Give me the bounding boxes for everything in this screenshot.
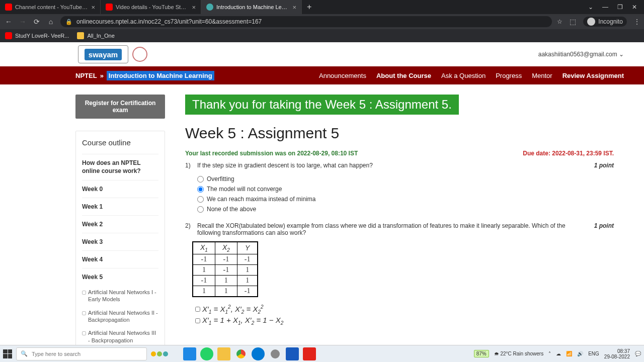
breadcrumb-course[interactable]: Introduction to Machine Learning [107, 71, 214, 80]
swayam-logo[interactable]: swayam [78, 45, 128, 63]
taskbar-search[interactable]: 🔍 Type here to search [16, 347, 147, 360]
browser-tabs: Channel content - YouTube Studio × Video… [0, 0, 581, 14]
course-nav: NPTEL » Introduction to Machine Learning… [0, 66, 644, 84]
url-box[interactable]: 🔒 onlinecourses.nptel.ac.in/noc22_cs73/u… [60, 16, 552, 27]
volume-icon[interactable]: 🔊 [577, 351, 583, 356]
bookmark-label: All_In_One [87, 33, 114, 39]
bookmark-label: StudY LoveR- VeeR... [15, 33, 69, 39]
sidebar-item-week4[interactable]: Week 4 [82, 250, 158, 268]
checkbox-input[interactable] [195, 318, 200, 323]
sidebar-sub-1[interactable]: Artificial Neural Networks II - Backprop… [82, 306, 158, 327]
sidebar-item-week5[interactable]: Week 5 [82, 268, 158, 286]
reload-button[interactable]: ⟳ [32, 18, 41, 26]
q1-text: If the step size in gradient descent is … [197, 162, 594, 169]
notifications-icon[interactable]: 💬 [635, 351, 641, 356]
maximize-icon[interactable]: ❐ [617, 4, 623, 11]
taskbar-apps [183, 347, 316, 360]
kebab-menu-icon[interactable]: ⋮ [634, 18, 640, 25]
q1-option-3[interactable]: None of the above [197, 204, 614, 214]
extensions-icon[interactable]: ⬚ [570, 18, 576, 26]
register-button[interactable]: Register for Certification exam [75, 95, 165, 119]
checkbox-input[interactable] [195, 307, 200, 312]
battery-badge[interactable]: 87% [474, 350, 489, 357]
q2-text: Recall the XOR(tabulated below) example … [197, 222, 594, 236]
back-button[interactable]: ← [4, 18, 13, 26]
edge2-icon[interactable] [252, 347, 265, 360]
q1-option-2[interactable]: We can reach maxima instead of minima [197, 194, 614, 204]
folder-icon [77, 32, 84, 39]
language-indicator[interactable]: ENG [588, 351, 599, 356]
close-icon[interactable]: × [91, 4, 95, 11]
start-button[interactable] [3, 349, 12, 358]
app-icon[interactable] [269, 347, 282, 360]
lock-icon: 🔒 [65, 19, 72, 25]
youtube-icon [106, 4, 113, 11]
radio-input[interactable] [197, 206, 204, 213]
explorer-icon[interactable] [217, 347, 230, 360]
nav-mentor[interactable]: Mentor [532, 72, 552, 79]
youtube-icon [5, 4, 12, 11]
wifi-icon[interactable]: 📶 [566, 351, 572, 356]
sidebar-item-week2[interactable]: Week 2 [82, 215, 158, 233]
word-icon[interactable] [286, 347, 299, 360]
tab-0[interactable]: Channel content - YouTube Studio × [0, 0, 101, 14]
radio-input[interactable] [197, 176, 204, 183]
page-content: swayam aakashiitian0563@gmail.com ⌄ NPTE… [0, 42, 644, 345]
close-icon[interactable]: × [292, 4, 296, 11]
onedrive-icon[interactable]: ☁ [556, 351, 561, 356]
tab-label: Channel content - YouTube Studio [15, 4, 88, 10]
minimize-icon[interactable]: ― [602, 4, 608, 11]
q1-option-0[interactable]: Overfitting [197, 174, 614, 184]
user-menu[interactable]: aakashiitian0563@gmail.com ⌄ [538, 51, 624, 58]
nav-progress[interactable]: Progress [496, 72, 522, 79]
window-controls: ⌄ ― ❐ ✕ [581, 4, 644, 11]
edge-icon[interactable] [183, 347, 196, 360]
sidebar-item-howto[interactable]: How does an NPTEL online course work? [82, 154, 158, 180]
question-1: 1) If the step size in gradient descent … [185, 162, 614, 214]
system-tray: 87% 🌧 22°C Rain showers ˄ ☁ 📶 🔊 ENG 08:3… [474, 348, 641, 359]
weather-widget[interactable]: 🌧 22°C Rain showers [494, 351, 544, 356]
tab-2[interactable]: Introduction to Machine Learning × [201, 0, 302, 14]
youtube-icon [5, 32, 12, 39]
incognito-badge[interactable]: Incognito [583, 17, 627, 27]
question-2: 2) Recall the XOR(tabulated below) examp… [185, 222, 614, 326]
chrome-icon[interactable] [234, 347, 248, 360]
radio-input[interactable] [197, 196, 204, 203]
outline-title: Course outline [82, 138, 158, 147]
bookmark-1[interactable]: All_In_One [77, 32, 114, 39]
course-outline: Course outline How does an NPTEL online … [75, 131, 165, 345]
nav-review[interactable]: Review Assignment [562, 72, 624, 79]
tab-1[interactable]: Video details - YouTube Studio × [101, 0, 201, 14]
sidebar-item-week0[interactable]: Week 0 [82, 180, 158, 198]
partner-logo[interactable] [132, 47, 147, 62]
whatsapp-icon[interactable] [200, 347, 213, 360]
close-window-icon[interactable]: ✕ [632, 4, 637, 11]
tray-chevron-icon[interactable]: ˄ [548, 351, 551, 356]
sidebar-item-week1[interactable]: Week 1 [82, 198, 158, 215]
clock[interactable]: 08:37 29-08-2022 [604, 348, 630, 359]
search-placeholder: Type here to search [32, 351, 80, 357]
q2-formula-0[interactable]: X′1 = X12, X′2 = X22 [195, 304, 614, 315]
radio-input[interactable] [197, 186, 204, 193]
chevron-down-icon[interactable]: ⌄ [588, 4, 593, 11]
nav-about[interactable]: About the Course [376, 72, 431, 79]
nav-announcements[interactable]: Announcements [319, 72, 366, 79]
close-icon[interactable]: × [192, 4, 196, 11]
success-banner: Thank you for taking the Week 5 : Assign… [185, 95, 459, 115]
sidebar-item-week3[interactable]: Week 3 [82, 233, 158, 250]
breadcrumb-root[interactable]: NPTEL [75, 72, 97, 79]
nav-ask[interactable]: Ask a Question [441, 72, 486, 79]
site-header: swayam aakashiitian0563@gmail.com ⌄ [0, 42, 644, 66]
cortana-icon[interactable] [151, 351, 168, 356]
star-icon[interactable]: ☆ [557, 18, 562, 25]
pdf-icon[interactable] [303, 347, 316, 360]
chevron-down-icon: ⌄ [619, 51, 624, 58]
submission-info: Your last recorded submission was on 202… [185, 150, 358, 157]
q1-option-1[interactable]: The model will not converge [197, 184, 614, 194]
bookmark-0[interactable]: StudY LoveR- VeeR... [5, 32, 69, 39]
q2-formula-1[interactable]: X′1 = 1 + X1, X′2 = 1 − X2 [195, 316, 614, 326]
home-button[interactable]: ⌂ [46, 18, 55, 26]
sidebar-sub-2[interactable]: Artificial Neural Networks III - Backpro… [82, 326, 158, 345]
sidebar-sub-0[interactable]: Artificial Neural Networks I - Early Mod… [82, 286, 158, 306]
new-tab-button[interactable]: + [302, 0, 316, 14]
